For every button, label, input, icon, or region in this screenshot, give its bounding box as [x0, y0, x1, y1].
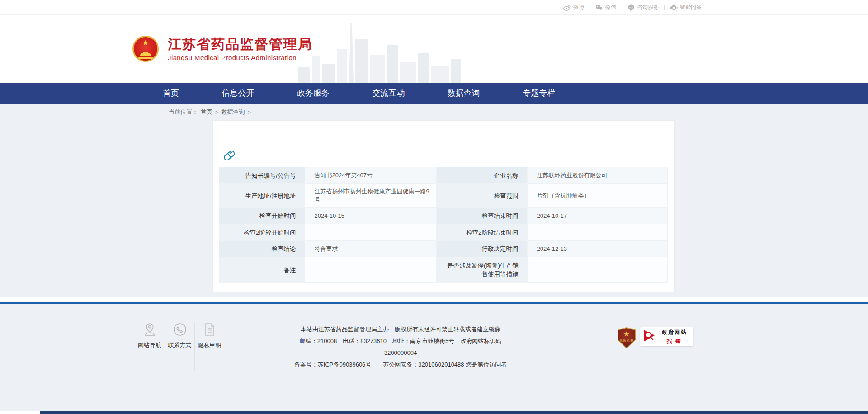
shield-star-icon: ★: [623, 329, 629, 339]
gov-site-find-error-badge[interactable]: 政府网站 找错: [640, 327, 693, 346]
divider: [590, 5, 590, 10]
field-label: 行政决定时间: [437, 241, 528, 257]
field-label: 备注: [219, 257, 305, 283]
site-map-label: 网站导航: [136, 341, 164, 349]
footer-line-1: 本站由江苏省药品监督管理局主办 版权所有未经许可禁止转载或者建立镜像: [292, 324, 509, 335]
field-value: [305, 257, 437, 283]
footer-gap: [0, 297, 868, 302]
top-utility-bar: 微博 微信 咨询服务 智能问答: [0, 0, 868, 15]
field-value: 2024-12-13: [528, 241, 668, 257]
content-area: 告知书编号/公告号 告知书2024年第407号 企业名称 江苏联环药业股份有限公…: [0, 120, 868, 297]
wechat-label: 微信: [605, 4, 616, 11]
field-value: [528, 257, 668, 283]
field-value: 告知书2024年第407号: [305, 167, 437, 184]
find-error-magnifier-icon: [643, 329, 656, 345]
nav-item-info-disclosure[interactable]: 信息公开: [222, 88, 254, 99]
field-value: 2024-10-17: [528, 208, 668, 224]
nav-item-interaction[interactable]: 交流互动: [372, 88, 405, 99]
weibo-icon: [563, 4, 571, 11]
pill-icon: [222, 149, 668, 164]
field-label: 告知书编号/公告号: [219, 167, 305, 184]
smart-qa-label: 智能问答: [680, 4, 702, 11]
footer-line-2: 邮编：210008 电话：83273610 地址：南京市鼓楼街5号 政府网站标识…: [292, 335, 509, 359]
site-map-link[interactable]: 网站导航: [135, 323, 165, 371]
table-row: 备注 是否涉及暂停(恢复)生产销售使用等措施: [219, 257, 668, 283]
smart-qa-icon: [670, 4, 678, 11]
field-label: 企业名称: [437, 167, 528, 184]
footer-line-3: 备案号：苏ICP备09039606号 苏公网安备：32010602010488 …: [292, 359, 509, 371]
nav-item-special-topics[interactable]: 专题专栏: [523, 88, 555, 99]
field-value: 江苏省扬州市扬州生物健康产业园健康一路9号: [305, 184, 437, 208]
table-row: 生产地址/注册地址 江苏省扬州市扬州生物健康产业园健康一路9号 检查范围 片剂（…: [219, 184, 668, 208]
field-label: 检查开始时间: [219, 208, 305, 224]
field-label: 生产地址/注册地址: [219, 184, 305, 208]
wechat-link[interactable]: 微信: [595, 4, 616, 11]
field-value: 片剂（含抗肿瘤类）: [528, 184, 668, 208]
detail-card: 告知书编号/公告号 告知书2024年第407号 企业名称 江苏联环药业股份有限公…: [212, 120, 675, 292]
national-emblem-logo: ★: [132, 36, 159, 62]
footer-quick-links: 网站导航 联系方式 隐私申明: [135, 323, 224, 371]
weibo-link[interactable]: 微博: [563, 4, 584, 11]
consult-icon: [627, 4, 635, 11]
site-subtitle: Jiangsu Medical Products Administration: [168, 54, 312, 61]
consult-label: 咨询服务: [637, 4, 659, 11]
privacy-label: 隐私申明: [196, 341, 223, 349]
nav-item-gov-services[interactable]: 政务服务: [297, 88, 330, 99]
bottom-navy-bar: [40, 411, 868, 414]
site-header: ★ 江苏省药品监督管理局 Jiangsu Medical Products Ad…: [0, 15, 868, 83]
breadcrumb-strip: 当前位置： 首页 > 数据查询 >: [0, 104, 868, 120]
smart-qa-link[interactable]: 智能问答: [670, 4, 702, 11]
consult-service-link[interactable]: 咨询服务: [627, 4, 659, 11]
nav-item-home[interactable]: 首页: [163, 88, 179, 99]
phone-icon: [166, 323, 193, 336]
table-row: 告知书编号/公告号 告知书2024年第407号 企业名称 江苏联环药业股份有限公…: [219, 167, 668, 184]
privacy-link[interactable]: 隐私申明: [194, 323, 224, 371]
field-label: 检查结论: [219, 241, 305, 257]
field-label: 检查2阶段开始时间: [219, 224, 305, 241]
breadcrumb: 当前位置： 首页 > 数据查询 >: [163, 104, 705, 120]
breadcrumb-home-link[interactable]: 首页: [201, 108, 212, 116]
site-footer: 网站导航 联系方式 隐私申明 本站由江苏省药品监督管理局主办 版权所有未经许可禁…: [0, 304, 868, 411]
table-row: 检查结论 符合要求 行政决定时间 2024-12-13: [219, 241, 668, 257]
breadcrumb-prefix: 当前位置：: [169, 108, 198, 116]
nav-item-data-query[interactable]: 数据查询: [448, 88, 480, 99]
field-label: 检查范围: [437, 184, 528, 208]
privacy-doc-icon: [196, 323, 223, 336]
site-map-icon: [136, 323, 164, 336]
divider: [622, 5, 622, 10]
field-value: 2024-10-15: [305, 208, 437, 224]
field-label: 检查2阶段结束时间: [437, 224, 528, 241]
site-title: 江苏省药品监督管理局: [168, 37, 312, 52]
party-gov-badge[interactable]: ★ 党政机关: [618, 327, 636, 348]
contact-label: 联系方式: [166, 341, 193, 349]
field-label: 检查结束时间: [437, 208, 528, 224]
bottom-strip: [0, 411, 868, 414]
field-value: [305, 224, 437, 241]
field-label: 是否涉及暂停(恢复)生产销售使用等措施: [437, 257, 528, 283]
breadcrumb-data-query-link[interactable]: 数据查询: [222, 108, 245, 116]
table-row: 检查2阶段开始时间 检查2阶段结束时间: [219, 224, 668, 241]
divider: [664, 5, 665, 10]
main-navigation: 首页 信息公开 政务服务 交流互动 数据查询 专题专栏: [0, 83, 868, 104]
field-value: 江苏联环药业股份有限公司: [528, 167, 668, 184]
weibo-label: 微博: [573, 4, 584, 11]
field-value: [528, 224, 668, 241]
table-row: 检查开始时间 2024-10-15 检查结束时间 2024-10-17: [219, 208, 668, 224]
field-value: 符合要求: [305, 241, 437, 257]
footer-info-text: 本站由江苏省药品监督管理局主办 版权所有未经许可禁止转载或者建立镜像 邮编：21…: [292, 323, 509, 371]
inspection-detail-table: 告知书编号/公告号 告知书2024年第407号 企业名称 江苏联环药业股份有限公…: [219, 167, 668, 283]
wechat-icon: [595, 4, 603, 11]
contact-link[interactable]: 联系方式: [165, 323, 194, 371]
